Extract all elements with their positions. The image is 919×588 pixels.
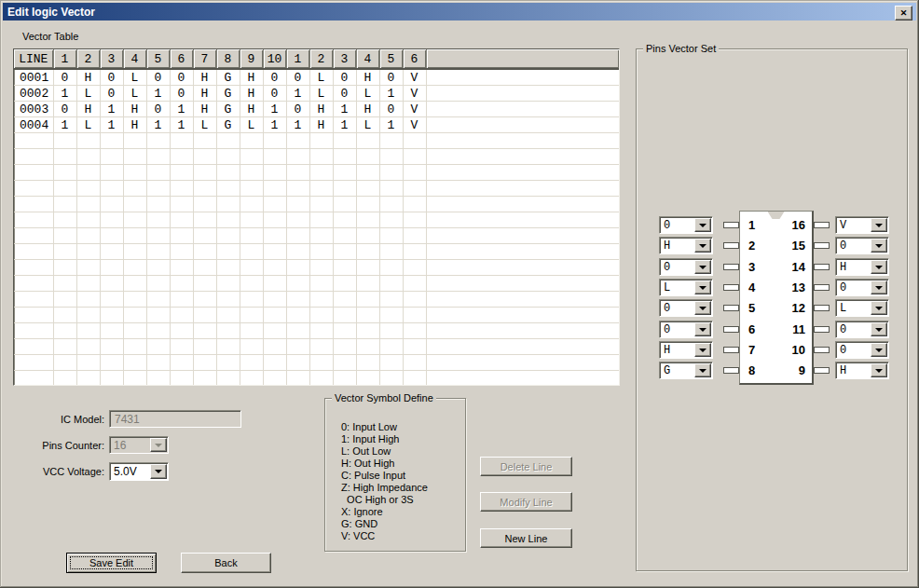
line-cell[interactable] — [14, 181, 53, 197]
table-cell[interactable] — [170, 165, 193, 181]
pin-3-select[interactable]: 0 — [659, 258, 713, 276]
line-cell[interactable]: 0002 — [14, 86, 53, 102]
table-cell[interactable] — [379, 133, 403, 149]
table-cell[interactable] — [170, 339, 193, 355]
table-cell[interactable] — [76, 323, 100, 339]
save-edit-button[interactable]: Save Edit — [66, 553, 157, 573]
table-cell[interactable] — [356, 181, 379, 197]
table-cell[interactable] — [379, 323, 403, 339]
table-cell[interactable] — [193, 323, 216, 339]
table-cell[interactable] — [76, 276, 100, 292]
table-cell[interactable] — [216, 292, 240, 308]
table-cell[interactable]: V — [403, 69, 426, 86]
table-cell[interactable] — [216, 339, 240, 355]
line-cell[interactable] — [14, 149, 53, 165]
table-cell[interactable] — [123, 371, 146, 387]
table-cell[interactable] — [356, 308, 379, 323]
table-cell[interactable] — [379, 292, 403, 308]
chevron-down-icon[interactable] — [871, 363, 887, 377]
table-cell[interactable] — [216, 149, 240, 165]
table-cell[interactable] — [356, 276, 379, 292]
table-cell[interactable] — [216, 228, 240, 244]
pin-4-select[interactable]: L — [659, 279, 713, 296]
table-row[interactable] — [14, 212, 619, 228]
table-cell[interactable] — [76, 260, 100, 276]
line-cell[interactable] — [14, 276, 53, 292]
table-cell[interactable]: 0 — [379, 69, 403, 86]
table-cell[interactable] — [170, 181, 193, 197]
pin-1-select[interactable]: 0 — [659, 216, 713, 234]
table-cell[interactable]: 1 — [146, 86, 170, 102]
table-cell[interactable] — [309, 292, 333, 308]
table-row[interactable] — [14, 292, 619, 308]
table-cell[interactable] — [170, 292, 193, 308]
table-cell[interactable] — [146, 276, 170, 292]
chevron-down-icon[interactable] — [694, 301, 711, 315]
table-cell[interactable] — [286, 339, 309, 355]
table-cell[interactable] — [193, 228, 216, 244]
table-cell[interactable]: H — [356, 69, 379, 86]
table-cell[interactable] — [403, 165, 426, 181]
table-cell[interactable] — [263, 133, 286, 149]
table-cell[interactable] — [76, 149, 100, 165]
table-cell[interactable] — [333, 292, 356, 308]
table-cell[interactable] — [123, 292, 146, 308]
table-cell[interactable] — [146, 323, 170, 339]
table-cell[interactable] — [333, 371, 356, 387]
table-row[interactable] — [14, 228, 619, 244]
table-cell[interactable] — [76, 308, 100, 323]
table-cell[interactable] — [333, 197, 356, 212]
table-cell[interactable] — [170, 323, 193, 339]
line-cell[interactable] — [14, 260, 53, 276]
pin-2-select[interactable]: H — [659, 237, 713, 254]
table-cell[interactable] — [53, 197, 76, 212]
table-cell[interactable]: 1 — [53, 86, 76, 102]
line-cell[interactable] — [14, 165, 53, 181]
table-cell[interactable]: L — [240, 117, 263, 133]
table-cell[interactable] — [76, 212, 100, 228]
line-cell[interactable] — [14, 244, 53, 260]
table-cell[interactable] — [76, 181, 100, 197]
close-button[interactable]: ✕ — [895, 6, 912, 21]
table-cell[interactable] — [309, 355, 333, 371]
table-cell[interactable] — [123, 181, 146, 197]
table-cell[interactable] — [100, 133, 123, 149]
chevron-down-icon[interactable] — [150, 464, 167, 479]
table-cell[interactable]: 1 — [286, 86, 309, 102]
table-cell[interactable] — [216, 276, 240, 292]
table-cell[interactable] — [286, 133, 309, 149]
table-cell[interactable] — [100, 292, 123, 308]
table-cell[interactable] — [286, 244, 309, 260]
table-row[interactable] — [14, 339, 619, 355]
table-row[interactable]: 00041L1H11LGL11H1L1V — [14, 117, 619, 133]
table-cell[interactable]: 0 — [286, 102, 309, 117]
table-cell[interactable] — [76, 165, 100, 181]
table-cell[interactable]: 1 — [333, 102, 356, 117]
table-cell[interactable] — [76, 197, 100, 212]
vcc-voltage-select[interactable]: 5.0V — [109, 462, 169, 481]
table-cell[interactable] — [193, 308, 216, 323]
table-cell[interactable]: 0 — [170, 69, 193, 86]
table-cell[interactable] — [356, 371, 379, 387]
table-cell[interactable] — [53, 181, 76, 197]
back-button[interactable]: Back — [181, 553, 271, 573]
line-cell[interactable] — [14, 292, 53, 308]
table-cell[interactable] — [240, 371, 263, 387]
table-cell[interactable] — [309, 244, 333, 260]
table-cell[interactable]: H — [76, 69, 100, 86]
table-cell[interactable] — [309, 260, 333, 276]
table-cell[interactable] — [123, 228, 146, 244]
table-cell[interactable]: 1 — [263, 117, 286, 133]
table-cell[interactable] — [123, 244, 146, 260]
table-cell[interactable] — [356, 133, 379, 149]
table-cell[interactable] — [240, 244, 263, 260]
table-cell[interactable]: 1 — [100, 117, 123, 133]
table-cell[interactable] — [146, 308, 170, 323]
table-cell[interactable] — [309, 228, 333, 244]
table-row[interactable] — [14, 276, 619, 292]
table-row[interactable] — [14, 197, 619, 212]
table-cell[interactable] — [379, 165, 403, 181]
table-cell[interactable] — [170, 149, 193, 165]
table-cell[interactable] — [216, 212, 240, 228]
table-cell[interactable] — [379, 228, 403, 244]
